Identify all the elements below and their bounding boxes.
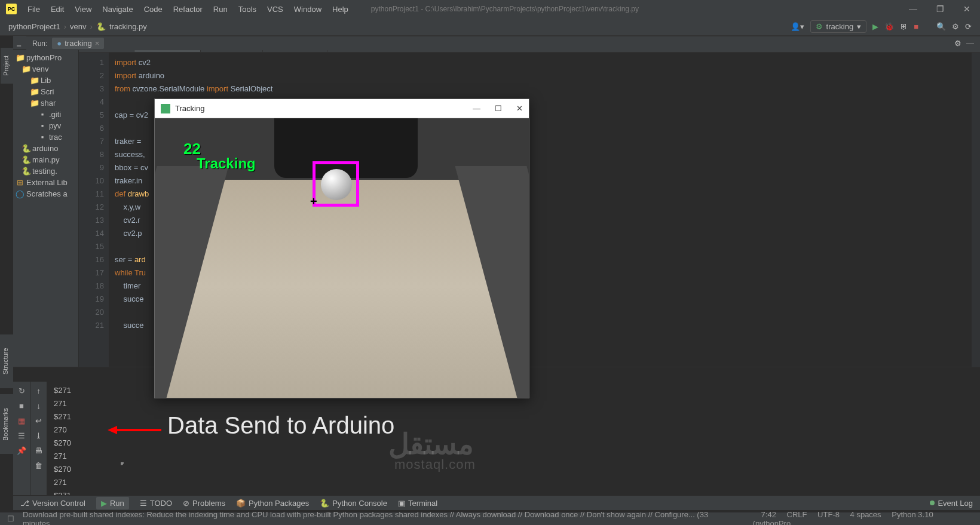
tree-arduino[interactable]: 🐍arduino	[13, 143, 78, 154]
breadcrumb: pythonProject1 › venv › 🐍 tracking.py	[8, 22, 147, 31]
run-config-icon: ⚙	[816, 22, 823, 31]
breadcrumb-item[interactable]: venv	[70, 22, 86, 31]
project-toolwindow-tab[interactable]: Project	[0, 48, 13, 84]
scroll-icon[interactable]: ⤓	[35, 431, 42, 440]
popup-minimize-icon[interactable]: —	[473, 104, 480, 113]
annotation-arrow-icon	[108, 424, 161, 436]
menu-help[interactable]: Help	[327, 2, 353, 16]
print-icon[interactable]: 🖶	[35, 446, 42, 455]
run-tab[interactable]: ▶Run	[96, 497, 129, 509]
run-panel-header: Run: ●tracking× ⚙ —	[26, 36, 980, 50]
tree-pyvenv[interactable]: ▪pyv	[13, 120, 78, 131]
pyconsole-tab[interactable]: 🐍Python Console	[320, 499, 387, 508]
hide-icon[interactable]: —	[966, 39, 974, 48]
python-file-icon: ●	[57, 39, 62, 48]
tree-mainpy[interactable]: 🐍main.py	[13, 154, 78, 165]
watermark-url: mostaql.com	[394, 457, 476, 472]
problems-tab[interactable]: ⊘Problems	[183, 499, 225, 508]
chevron-right-icon: ›	[90, 22, 93, 31]
eventlog-dot-icon	[930, 501, 935, 505]
menu-vcs[interactable]: VCS	[262, 2, 288, 16]
popup-video-frame: + 22 Tracking	[155, 118, 529, 398]
tree-testing[interactable]: 🐍testing.	[13, 165, 78, 177]
chevron-right-icon: ›	[64, 22, 66, 31]
navbar: pythonProject1 › venv › 🐍 tracking.py 👤▾…	[0, 18, 980, 36]
indent[interactable]: 4 spaces	[850, 510, 881, 519]
close-icon[interactable]: ✕	[960, 3, 974, 15]
run-button-icon[interactable]: ▶	[872, 22, 878, 31]
line-sep[interactable]: CRLF	[787, 510, 807, 519]
tree-scratches[interactable]: ◯Scratches a	[13, 188, 78, 199]
todo-tab[interactable]: ☰TODO	[140, 499, 172, 508]
stop-button-icon[interactable]: ■	[914, 22, 918, 31]
settings-icon[interactable]: ⚙	[954, 39, 961, 48]
stop-icon[interactable]: ■	[19, 401, 24, 410]
collapse-icon[interactable]: ⎯	[17, 38, 21, 47]
user-icon[interactable]: 👤▾	[791, 22, 804, 31]
layout-icon[interactable]: ▦	[18, 416, 25, 425]
menu-tools[interactable]: Tools	[234, 2, 261, 16]
run-tab[interactable]: ●tracking×	[52, 38, 104, 49]
menu-code[interactable]: Code	[139, 2, 167, 16]
tree-tracking[interactable]: ▪trac	[13, 131, 78, 143]
updates-icon[interactable]: ⟳	[965, 22, 972, 31]
statusbar: ☐ Download pre-built shared indexes: Red…	[0, 512, 980, 525]
status-message: Download pre-built shared indexes: Reduc…	[23, 510, 736, 526]
eventlog-tab[interactable]: Event Log	[930, 499, 973, 508]
tree-lib[interactable]: ▸📁Lib	[13, 75, 78, 86]
caret-pos[interactable]: 7:42	[761, 510, 776, 519]
bookmarks-toolwindow-tab[interactable]: Bookmarks	[0, 394, 13, 454]
menu-edit[interactable]: Edit	[46, 2, 69, 16]
bounding-box	[313, 161, 359, 207]
tree-share[interactable]: ▸📁shar	[13, 97, 78, 109]
settings-icon[interactable]: ⚙	[952, 22, 959, 31]
menubar: File Edit View Navigate Code Refactor Ru…	[23, 2, 353, 16]
structure-toolwindow-tab[interactable]: Structure	[0, 334, 13, 388]
right-gutter	[972, 53, 980, 367]
line-gutter: 123456789101112131415161718192021	[79, 53, 109, 367]
menu-refactor[interactable]: Refactor	[169, 2, 207, 16]
breadcrumb-item[interactable]: tracking.py	[109, 22, 147, 31]
run-title: Run:	[32, 39, 47, 48]
pin-icon[interactable]: 📌	[17, 446, 26, 455]
run-toolbar-2: ↑ ↓ ↩ ⤓ 🖶 🗑	[30, 382, 47, 495]
down-icon[interactable]: ↓	[36, 401, 41, 410]
menu-navigate[interactable]: Navigate	[97, 2, 137, 16]
coverage-icon[interactable]: ⛨	[900, 22, 908, 31]
up-icon[interactable]: ↑	[36, 386, 41, 395]
clear-icon[interactable]: 🗑	[35, 461, 42, 470]
popup-maximize-icon[interactable]: ☐	[495, 104, 502, 113]
menu-window[interactable]: Window	[289, 2, 326, 16]
encoding[interactable]: UTF-8	[817, 510, 840, 519]
popup-close-icon[interactable]: ✕	[516, 104, 523, 113]
tree-gitignore[interactable]: ▪.giti	[13, 109, 78, 120]
popup-titlebar: Tracking — ☐ ✕	[155, 99, 529, 118]
menu-run[interactable]: Run	[209, 2, 232, 16]
debug-button-icon[interactable]: 🐞	[884, 22, 894, 31]
run-config-selector[interactable]: ⚙ tracking ▾	[810, 20, 867, 33]
pypackages-tab[interactable]: 📦Python Packages	[236, 499, 309, 508]
run-config-label: tracking	[826, 22, 854, 31]
tree-scripts[interactable]: ▸📁Scri	[13, 86, 78, 97]
tree-root[interactable]: ▾📁pythonPro	[13, 52, 78, 63]
interpreter[interactable]: Python 3.10 (pythonPro	[753, 510, 933, 526]
dump-icon[interactable]: ☰	[18, 431, 25, 440]
vcs-tab[interactable]: ⎇Version Control	[20, 499, 85, 508]
menu-file[interactable]: File	[23, 2, 45, 16]
console-icon: 🐍	[320, 499, 329, 508]
softwrap-icon[interactable]: ↩	[35, 416, 42, 425]
status-icon[interactable]: ☐	[7, 514, 14, 523]
app-logo-icon: PC	[6, 4, 17, 14]
floor-edge	[455, 166, 529, 398]
tree-venv[interactable]: ▾📁venv	[13, 63, 78, 75]
tree-external-lib[interactable]: ▸⊞External Lib	[13, 177, 78, 188]
maximize-icon[interactable]: ❐	[933, 3, 948, 15]
close-tab-icon[interactable]: ×	[95, 39, 100, 48]
menu-view[interactable]: View	[70, 2, 96, 16]
rerun-icon[interactable]: ↻	[19, 386, 25, 395]
svg-marker-1	[108, 426, 117, 434]
search-icon[interactable]: 🔍	[936, 22, 946, 31]
breadcrumb-item[interactable]: pythonProject1	[8, 22, 60, 31]
terminal-tab[interactable]: ▣Terminal	[398, 499, 437, 508]
minimize-icon[interactable]: —	[905, 3, 921, 15]
